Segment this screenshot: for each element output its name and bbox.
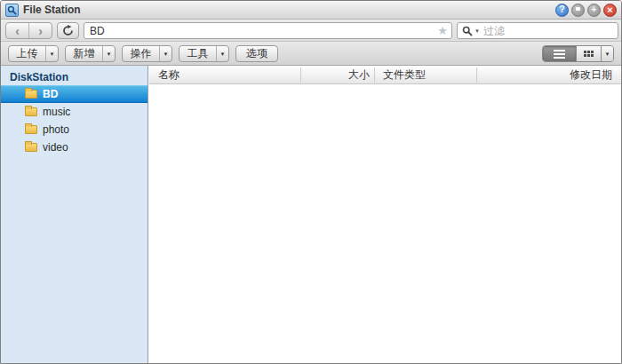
sidebar-item-label: video (43, 141, 68, 154)
column-header-modified[interactable]: 修改日期 (570, 66, 612, 84)
forward-button[interactable]: › (28, 23, 52, 38)
list-view-icon (554, 50, 565, 59)
path-field: ★ (84, 22, 452, 39)
minimize-icon (576, 7, 580, 11)
folder-icon (25, 143, 37, 152)
file-station-icon (5, 4, 19, 17)
history-nav-group: ‹ › (5, 22, 52, 39)
folder-icon (25, 125, 37, 134)
search-field: ▼ (457, 22, 618, 39)
file-station-window: File Station ? + × ‹ › ★ (0, 0, 622, 364)
minimize-button[interactable] (571, 4, 585, 17)
tools-button[interactable]: 工具 ▼ (179, 45, 229, 62)
toolbar: 上传 ▼ 新增 ▼ 操作 ▼ 工具 ▼ 选项 (1, 42, 621, 66)
close-button[interactable]: × (603, 4, 617, 17)
magnifier-glyph (7, 5, 17, 15)
refresh-button[interactable] (57, 22, 79, 39)
create-button[interactable]: 新增 ▼ (65, 45, 116, 62)
sidebar-item-label: music (43, 106, 70, 118)
sidebar-item-bd[interactable]: BD (1, 85, 148, 103)
file-list-header: 名称 大小 文件类型 修改日期 (149, 66, 621, 84)
sidebar-item-label: photo (43, 123, 69, 136)
window-title: File Station (23, 4, 81, 16)
maximize-button[interactable]: + (587, 4, 601, 17)
chevron-down-icon[interactable]: ▼ (217, 51, 228, 57)
action-button[interactable]: 操作 ▼ (122, 45, 172, 62)
chevron-down-icon[interactable]: ▼ (46, 51, 58, 57)
column-separator[interactable] (476, 67, 477, 83)
column-header-name[interactable]: 名称 (158, 66, 179, 84)
close-icon: × (607, 5, 612, 15)
file-list-panel: 名称 大小 文件类型 修改日期 (149, 66, 621, 363)
column-header-type[interactable]: 文件类型 (383, 66, 426, 84)
chevron-down-icon[interactable]: ▼ (103, 51, 115, 57)
view-mode-toggle: ▼ (542, 45, 614, 62)
sidebar-item-label: BD (43, 88, 58, 100)
forward-icon: › (38, 25, 43, 37)
filter-input[interactable] (483, 25, 614, 37)
chevron-down-icon[interactable]: ▼ (160, 51, 171, 57)
sidebar-item-photo[interactable]: photo (1, 121, 148, 138)
title-bar: File Station ? + × (1, 1, 621, 20)
folder-tree-sidebar: DiskStation BD music photo video (1, 66, 148, 363)
navigation-bar: ‹ › ★ ▼ (1, 20, 621, 42)
thumbnail-view-button[interactable] (576, 46, 601, 61)
folder-icon (25, 107, 37, 116)
view-options-button[interactable]: ▼ (601, 46, 613, 61)
sidebar-item-music[interactable]: music (1, 103, 148, 121)
window-controls: ? + × (555, 4, 617, 17)
upload-button[interactable]: 上传 ▼ (8, 45, 59, 62)
folder-icon (25, 90, 37, 99)
bookmark-star-icon[interactable]: ★ (437, 25, 448, 36)
column-separator[interactable] (300, 67, 301, 83)
sidebar-item-video[interactable]: video (1, 138, 148, 156)
back-icon: ‹ (15, 25, 20, 37)
thumbnail-view-icon (584, 51, 594, 57)
options-button[interactable]: 选项 (235, 45, 278, 62)
list-view-button[interactable] (543, 46, 576, 61)
maximize-icon: + (592, 5, 597, 14)
path-input[interactable] (90, 25, 437, 37)
chevron-down-icon: ▼ (605, 51, 610, 57)
back-button[interactable]: ‹ (6, 23, 28, 38)
file-list-empty-area[interactable] (149, 84, 621, 363)
column-header-size[interactable]: 大小 (305, 66, 370, 84)
help-icon: ? (559, 5, 564, 14)
sidebar-root-diskstation[interactable]: DiskStation (1, 66, 148, 85)
column-separator[interactable] (374, 67, 375, 83)
help-button[interactable]: ? (555, 4, 569, 17)
search-options-caret-icon[interactable]: ▼ (474, 28, 480, 34)
search-icon (462, 26, 473, 36)
refresh-icon (62, 25, 74, 36)
